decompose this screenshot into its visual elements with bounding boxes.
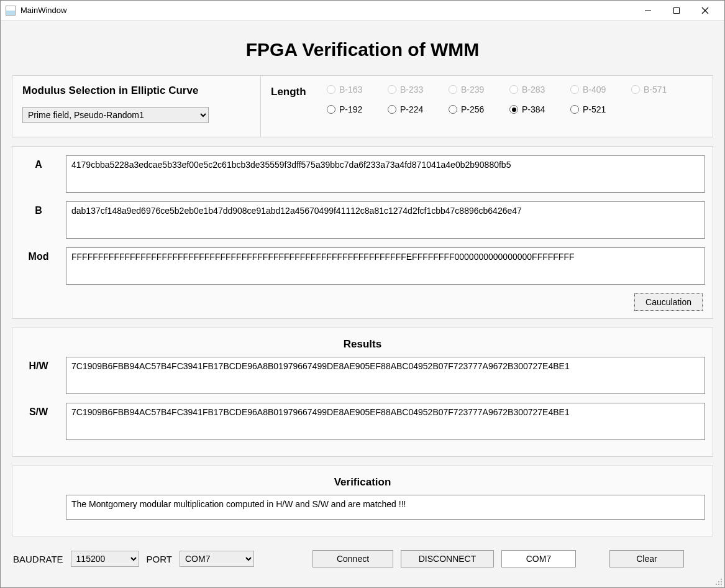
radio-label: P-224 [400,104,423,114]
radio-icon [388,85,396,94]
modulus-select[interactable]: Prime field, Pseudo-Random1 [22,107,209,123]
radio-label: B-571 [644,85,667,94]
radio-label: B-283 [522,85,545,94]
svg-point-7 [716,584,717,585]
client-area: FPGA Verification of WMM Modulus Selecti… [1,21,724,587]
maximize-button[interactable] [662,1,691,21]
length-radio-p-384[interactable]: P-384 [509,104,564,114]
maximize-icon [673,7,680,14]
radio-icon [570,105,579,114]
hw-label: H/W [20,357,57,372]
disconnect-button[interactable]: DISCONNECT [401,550,494,567]
modulus-label: Modulus Selection in Elliptic Curve [22,85,250,97]
minimize-icon [644,7,652,14]
clear-button[interactable]: Clear [609,550,684,567]
mod-label: Mod [20,247,57,262]
connect-button[interactable]: Connect [312,550,393,567]
bottom-bar: BAUDRATE 115200 PORT COM7 Connect DISCON… [12,545,713,569]
length-radio-p-224[interactable]: P-224 [388,104,442,114]
radio-label: B-233 [400,85,423,94]
sw-output[interactable] [66,403,705,440]
minimize-button[interactable] [634,1,662,21]
verification-output[interactable] [66,495,705,520]
radio-icon [509,85,518,94]
radio-label: B-409 [583,85,606,94]
b-label: B [20,201,57,216]
radio-label: P-521 [583,104,606,114]
radio-label: B-163 [339,85,362,94]
length-radio-group: B-163B-233B-239B-283B-409B-571 P-192P-22… [327,85,703,124]
length-radio-b-283: B-283 [509,85,564,94]
radio-icon [509,105,518,114]
top-panel: Modulus Selection in Elliptic Curve Prim… [12,75,713,137]
close-button[interactable] [691,1,719,21]
length-radio-b-571: B-571 [631,85,686,94]
radio-icon [327,85,335,94]
port-label: PORT [147,554,172,564]
radio-icon [327,105,335,114]
radio-label: B-239 [461,85,484,94]
length-panel: Length B-163B-233B-239B-283B-409B-571 P-… [261,76,713,137]
port-select[interactable]: COM7 [180,551,254,567]
inputs-block: A B Mod Cauculation [12,146,713,319]
sw-label: S/W [20,403,57,418]
svg-point-6 [721,581,722,582]
verification-block: Verification [12,466,713,536]
close-icon [701,7,709,14]
length-label: Length [271,85,327,98]
radio-icon [449,85,457,94]
length-radio-b-239: B-239 [449,85,503,94]
length-radio-p-521[interactable]: P-521 [570,104,625,114]
window-title: MainWindow [21,6,66,15]
svg-point-8 [718,584,719,585]
length-radio-b-409: B-409 [570,85,625,94]
verification-title: Verification [20,476,705,489]
baudrate-label: BAUDRATE [13,554,63,564]
length-radio-b-163: B-163 [327,85,381,94]
modulus-panel: Modulus Selection in Elliptic Curve Prim… [12,76,261,137]
length-radio-p-256[interactable]: P-256 [449,104,503,114]
calculation-button[interactable]: Cauculation [634,293,703,311]
main-window: MainWindow FPGA Verification of WMM Modu… [0,0,725,588]
results-title: Results [20,338,705,351]
resize-grip-icon [714,577,723,586]
radio-label: P-384 [522,104,545,114]
a-input[interactable] [66,155,705,193]
mod-input[interactable] [66,247,705,285]
app-icon [6,6,16,16]
svg-point-4 [721,579,722,580]
baudrate-select[interactable]: 115200 [71,551,139,567]
resize-grip[interactable] [714,577,723,586]
page-title: FPGA Verification of WMM [12,39,713,60]
length-radio-p-192[interactable]: P-192 [327,104,381,114]
length-radio-b-233: B-233 [388,85,442,94]
hw-output[interactable] [66,357,705,394]
a-label: A [20,155,57,170]
results-block: Results H/W S/W [12,328,713,457]
svg-point-9 [721,584,722,585]
titlebar: MainWindow [1,1,724,21]
radio-icon [388,105,396,114]
radio-label: P-192 [339,104,362,114]
radio-icon [570,85,579,94]
svg-rect-1 [674,7,680,13]
radio-label: P-256 [461,104,484,114]
connection-status: COM7 [501,550,576,567]
svg-point-5 [718,581,719,582]
radio-icon [449,105,457,114]
radio-icon [631,85,640,94]
b-input[interactable] [66,201,705,239]
